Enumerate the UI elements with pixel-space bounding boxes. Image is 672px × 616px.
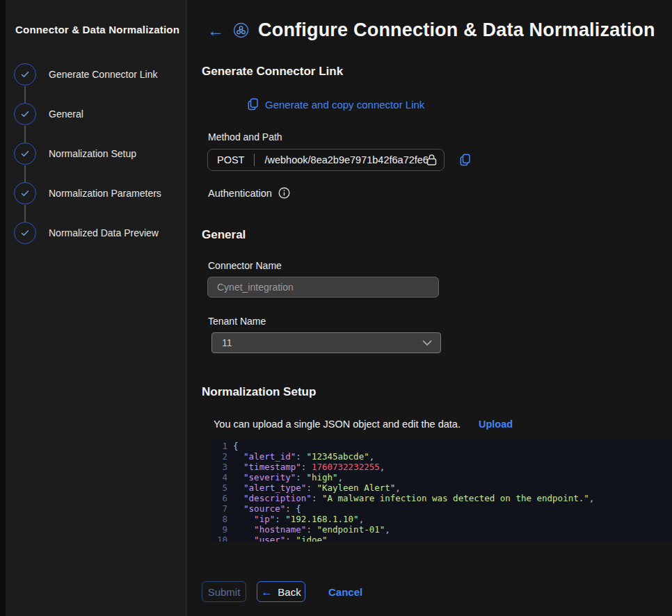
submit-button[interactable]: Submit	[202, 581, 246, 602]
back-button-arrow-icon: ←	[261, 586, 273, 598]
step-general[interactable]: General	[6, 94, 186, 133]
upload-link[interactable]: Upload	[479, 419, 513, 430]
step-complete-icon	[14, 143, 36, 165]
json-editor-lines: 1{2 "alert_id": "12345abcde",3 "timestam…	[211, 441, 672, 542]
authentication-row: Authentication	[208, 187, 672, 199]
upload-hint: You can upload a single JSON object and …	[214, 419, 461, 430]
step-label: Normalization Setup	[49, 148, 136, 159]
method-path-row: POST /webhook/8ea2b9e7971b42f6a72fe6	[207, 149, 672, 171]
info-icon[interactable]	[278, 187, 290, 199]
json-editor[interactable]: 1{2 "alert_id": "12345abcde",3 "timestam…	[211, 439, 672, 542]
upload-row: You can upload a single JSON object and …	[214, 419, 672, 430]
step-normalization-parameters[interactable]: Normalization Parameters	[6, 173, 186, 213]
connector-name-label: Connector Name	[208, 260, 672, 271]
configure-connector-page: Connector & Data Normalization Generate …	[0, 0, 672, 616]
chevron-down-icon	[422, 340, 432, 346]
checkmark-icon	[19, 188, 31, 199]
checkmark-icon	[19, 108, 31, 120]
step-complete-icon	[14, 182, 36, 204]
step-label: Generate Connector Link	[49, 69, 157, 80]
generate-copy-link[interactable]: Generate and copy connector Link	[248, 98, 424, 111]
connector-name-value: Cynet_integration	[217, 282, 294, 293]
connector-cluster-icon	[232, 22, 250, 39]
field-divider	[254, 154, 255, 166]
back-button[interactable]: ← Back	[257, 581, 305, 602]
authentication-label: Authentication	[208, 188, 272, 199]
method-path-label: Method and Path	[208, 131, 672, 143]
steps-list: Generate Connector Link General Normaliz…	[6, 54, 186, 252]
tenant-name-label: Tenant Name	[208, 316, 672, 327]
copy-icon	[248, 98, 259, 111]
section-heading-normalization: Normalization Setup	[202, 385, 672, 399]
section-heading-generate: Generate Connector Link	[202, 65, 672, 79]
footer-actions: Submit ← Back Cancel	[202, 581, 672, 602]
copy-path-icon[interactable]	[460, 154, 471, 166]
lock-icon	[426, 154, 438, 166]
page-title: Configure Connection & Data Normalizatio…	[258, 19, 655, 41]
main-content: ← Configure Connection & Data Normalizat…	[187, 0, 672, 616]
step-complete-icon	[14, 63, 36, 86]
checkmark-icon	[19, 148, 31, 159]
generate-copy-link-label: Generate and copy connector Link	[265, 99, 424, 111]
step-normalized-data-preview[interactable]: Normalized Data Preview	[6, 213, 186, 252]
step-complete-icon	[14, 222, 36, 244]
sidebar-title: Connector & Data Normalization	[15, 24, 186, 35]
webhook-path: /webhook/8ea2b9e7971b42f6a72fe6	[264, 154, 430, 165]
http-method: POST	[217, 154, 244, 165]
connector-name-input[interactable]: Cynet_integration	[207, 277, 439, 298]
method-path-field[interactable]: POST /webhook/8ea2b9e7971b42f6a72fe6	[207, 149, 445, 171]
back-button-label: Back	[278, 586, 301, 598]
page-header: ← Configure Connection & Data Normalizat…	[202, 19, 672, 41]
step-normalization-setup[interactable]: Normalization Setup	[6, 133, 186, 173]
cancel-button[interactable]: Cancel	[328, 581, 362, 602]
tenant-name-select[interactable]: 11	[211, 332, 441, 353]
step-label: Normalized Data Preview	[49, 227, 159, 238]
tenant-name-value: 11	[222, 337, 232, 348]
step-complete-icon	[14, 103, 36, 125]
step-generate-connector-link[interactable]: Generate Connector Link	[6, 54, 186, 94]
checkmark-icon	[19, 227, 31, 238]
step-label: General	[49, 108, 83, 120]
back-arrow-icon[interactable]: ←	[207, 22, 224, 39]
steps-sidebar: Connector & Data Normalization Generate …	[0, 0, 186, 616]
step-label: Normalization Parameters	[49, 188, 161, 199]
checkmark-icon	[19, 69, 31, 80]
section-heading-general: General	[202, 228, 672, 242]
